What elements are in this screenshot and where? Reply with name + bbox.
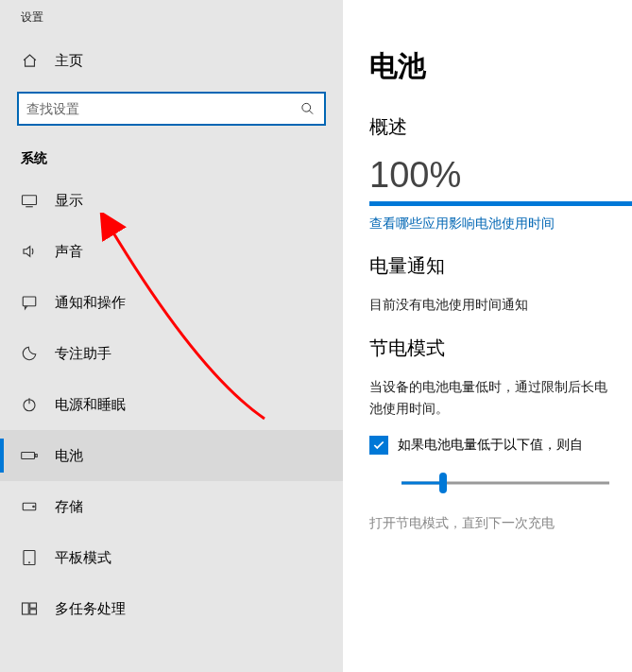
- nav-item-multitask[interactable]: 多任务处理: [0, 583, 343, 634]
- nav-item-focus[interactable]: 专注助手: [0, 328, 343, 379]
- threshold-slider[interactable]: [401, 472, 609, 494]
- nav-label: 电池: [55, 447, 83, 465]
- nav-item-notifications[interactable]: 通知和操作: [0, 277, 343, 328]
- battery-percent: 100%: [369, 155, 632, 196]
- saver-threshold-row[interactable]: 如果电池电量低于以下值，则自: [369, 436, 632, 455]
- section-notify: 电量通知: [369, 253, 632, 279]
- saver-desc: 当设备的电池电量低时，通过限制后长电池使用时间。: [369, 376, 615, 419]
- multitask-icon: [21, 600, 38, 617]
- home-label: 主页: [55, 52, 83, 70]
- tablet-icon: [21, 549, 38, 566]
- content-pane: 电池 概述 100% 查看哪些应用影响电池使用时间 电量通知 目前没有电池使用时…: [343, 0, 632, 672]
- svg-point-0: [302, 103, 311, 112]
- sidebar: 设置 主页 系统: [0, 0, 343, 672]
- saver-footnote: 打开节电模式，直到下一次充电: [369, 515, 632, 532]
- svg-rect-1: [23, 196, 37, 205]
- home-icon: [21, 53, 38, 69]
- svg-point-9: [29, 562, 30, 563]
- storage-icon: [21, 498, 38, 515]
- svg-rect-12: [30, 610, 37, 614]
- nav-item-tablet[interactable]: 平板模式: [0, 532, 343, 583]
- nav-item-storage[interactable]: 存储: [0, 481, 343, 532]
- nav-item-power[interactable]: 电源和睡眠: [0, 379, 343, 430]
- display-icon: [21, 192, 38, 209]
- page-title: 电池: [369, 47, 632, 86]
- nav-label: 显示: [55, 192, 83, 210]
- svg-rect-10: [23, 603, 29, 614]
- battery-usage-link[interactable]: 查看哪些应用影响电池使用时间: [369, 215, 555, 233]
- sound-icon: [21, 243, 38, 260]
- notifications-icon: [21, 294, 38, 311]
- svg-rect-2: [23, 297, 36, 306]
- svg-rect-5: [35, 455, 37, 457]
- focus-icon: [21, 345, 38, 362]
- section-saver: 节电模式: [369, 336, 632, 361]
- nav-label: 电源和睡眠: [55, 396, 126, 414]
- section-overview: 概述: [369, 114, 632, 140]
- nav-label: 多任务处理: [55, 600, 126, 618]
- notify-text: 目前没有电池使用时间通知: [369, 294, 632, 315]
- slider-track-fill: [401, 482, 443, 485]
- battery-icon: [21, 447, 38, 464]
- svg-point-7: [33, 506, 35, 508]
- nav-label: 声音: [55, 243, 83, 261]
- search-icon: [300, 102, 315, 116]
- checkbox-label: 如果电池电量低于以下值，则自: [398, 437, 583, 454]
- search-wrap: [0, 86, 343, 137]
- svg-rect-4: [22, 453, 35, 459]
- checkbox-icon[interactable]: [369, 436, 388, 455]
- nav-label: 通知和操作: [55, 294, 126, 312]
- svg-rect-11: [30, 603, 37, 608]
- app-title: 设置: [0, 0, 343, 35]
- search-box[interactable]: [17, 92, 326, 126]
- slider-thumb[interactable]: [439, 473, 447, 493]
- nav-label: 平板模式: [55, 549, 111, 567]
- group-title-system: 系统: [0, 137, 343, 175]
- home-row[interactable]: 主页: [0, 35, 343, 86]
- nav-item-display[interactable]: 显示: [0, 175, 343, 226]
- nav-label: 存储: [55, 498, 83, 516]
- nav-item-sound[interactable]: 声音: [0, 226, 343, 277]
- nav-item-battery[interactable]: 电池: [0, 430, 343, 481]
- battery-bar: [369, 201, 632, 206]
- power-icon: [21, 396, 38, 413]
- nav-label: 专注助手: [55, 345, 111, 363]
- search-input[interactable]: [19, 94, 324, 124]
